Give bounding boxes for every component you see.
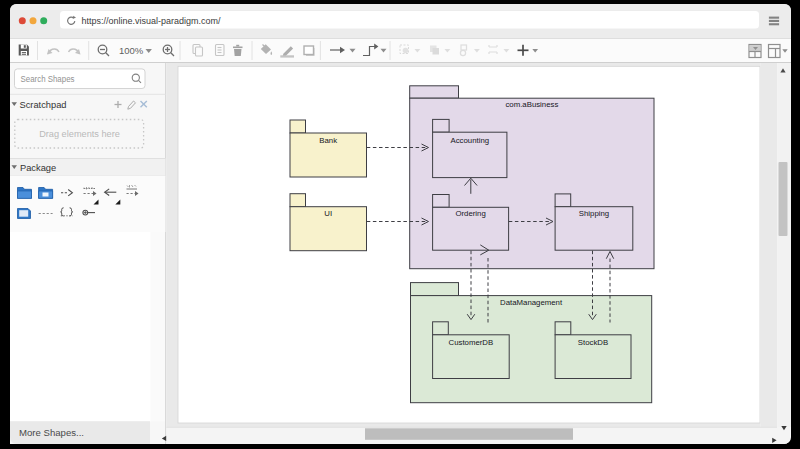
- svg-text:Drag elements here: Drag elements here: [39, 129, 120, 139]
- svg-text:StockDB: StockDB: [578, 338, 608, 347]
- svg-text:Package: Package: [20, 163, 56, 173]
- svg-text:Ordering: Ordering: [455, 209, 485, 218]
- svg-text:Shipping: Shipping: [579, 209, 609, 218]
- svg-text:com.aBusiness: com.aBusiness: [505, 100, 558, 109]
- svg-text:CustomerDB: CustomerDB: [449, 338, 494, 347]
- svg-text:DataManagement: DataManagement: [500, 298, 563, 307]
- svg-text:UI: UI: [324, 209, 332, 218]
- svg-text:Scratchpad: Scratchpad: [20, 100, 67, 110]
- svg-text:100%: 100%: [119, 45, 144, 56]
- svg-text:Bank: Bank: [319, 136, 337, 145]
- svg-text:https://online.visual-paradigm: https://online.visual-paradigm.com/: [82, 16, 221, 26]
- svg-text:Accounting: Accounting: [451, 136, 490, 145]
- svg-text:Search Shapes: Search Shapes: [21, 74, 75, 84]
- svg-text:More Shapes...: More Shapes...: [19, 428, 84, 438]
